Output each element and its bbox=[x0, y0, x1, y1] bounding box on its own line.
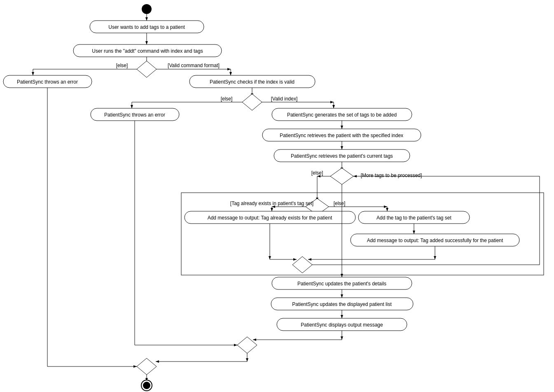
node-update-list-label: PatientSync updates the displayed patien… bbox=[292, 301, 392, 307]
node-retrieve-tags-label: PatientSync retrieves the patient's curr… bbox=[291, 153, 393, 159]
diamond-command-valid bbox=[137, 61, 157, 77]
label-valid-index: [Valid index] bbox=[271, 96, 297, 102]
label-else-4: [else] bbox=[334, 201, 346, 206]
diamond-more-tags bbox=[330, 168, 353, 184]
diamond-merge-1 bbox=[292, 257, 312, 273]
diamond-index-valid bbox=[242, 94, 262, 110]
end-inner bbox=[143, 382, 150, 389]
node-addt-label: User runs the "addt" command with index … bbox=[92, 48, 203, 54]
diamond-merge-2 bbox=[237, 337, 257, 353]
label-else-2: [else] bbox=[221, 96, 233, 102]
label-tag-exists: [Tag already exists in patient's tag set… bbox=[230, 201, 313, 206]
node-error-1-label: PatientSync throws an error bbox=[17, 79, 78, 85]
node-generate-tags-label: PatientSync generates the set of tags to… bbox=[287, 112, 397, 118]
label-valid-cmd: [Valid command format] bbox=[168, 63, 220, 68]
start-node bbox=[142, 4, 152, 14]
label-more-tags: [More tags to be processed] bbox=[361, 173, 422, 178]
node-user-wants-label: User wants to add tags to a patient bbox=[108, 24, 185, 30]
label-else-3: [else] bbox=[311, 170, 323, 176]
node-msg-added-label: Add message to output: Tag added success… bbox=[367, 238, 503, 243]
node-display-output-label: PatientSync displays output message bbox=[301, 322, 383, 328]
activity-diagram: User wants to add tags to a patient User… bbox=[0, 0, 554, 392]
node-add-tag-label: Add the tag to the patient's tag set bbox=[376, 215, 451, 221]
node-check-index-label: PatientSync checks if the index is valid bbox=[210, 79, 295, 85]
diamond-merge-3 bbox=[137, 358, 157, 375]
label-else-1: [else] bbox=[116, 63, 128, 68]
node-update-details-label: PatientSync updates the patient's detail… bbox=[297, 281, 386, 287]
node-retrieve-patient-label: PatientSync retrieves the patient with t… bbox=[280, 133, 403, 138]
node-error-2-label: PatientSync throws an error bbox=[104, 112, 165, 118]
node-msg-exists-label: Add message to output: Tag already exist… bbox=[208, 215, 332, 221]
